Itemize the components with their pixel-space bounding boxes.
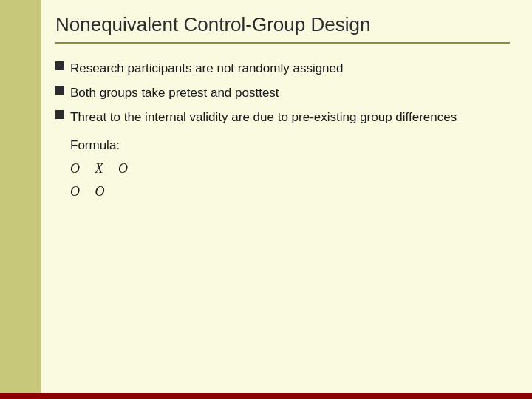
slide-content: Nonequivalent Control-Group Design Resea… bbox=[41, 0, 532, 399]
bullet-icon-2 bbox=[55, 86, 64, 95]
bullet-text-2: Both groups take pretest and posttest bbox=[70, 83, 510, 103]
slide-title: Nonequivalent Control-Group Design bbox=[55, 13, 510, 36]
bullet-item-3: Threat to the internal validity are due … bbox=[55, 107, 510, 127]
bullet-icon-1 bbox=[55, 61, 64, 70]
bullet-item-2: Both groups take pretest and posttest bbox=[55, 83, 510, 103]
bullet-text-1: Research participants are not randomly a… bbox=[70, 58, 510, 78]
bullet-item-1: Research participants are not randomly a… bbox=[55, 58, 510, 78]
left-accent-bar bbox=[0, 0, 41, 399]
body-content: Research participants are not randomly a… bbox=[55, 58, 510, 203]
title-divider bbox=[55, 42, 510, 44]
bottom-accent-bar bbox=[0, 393, 532, 399]
formula-row-1: O X O bbox=[70, 158, 510, 180]
slide: Nonequivalent Control-Group Design Resea… bbox=[0, 0, 532, 399]
formula-label: Formula: bbox=[70, 135, 510, 155]
formula-row-2: O O bbox=[70, 181, 510, 202]
formula-section: Formula: O X O O O bbox=[70, 135, 510, 202]
bullet-text-3: Threat to the internal validity are due … bbox=[70, 107, 510, 127]
bullet-icon-3 bbox=[55, 110, 64, 119]
